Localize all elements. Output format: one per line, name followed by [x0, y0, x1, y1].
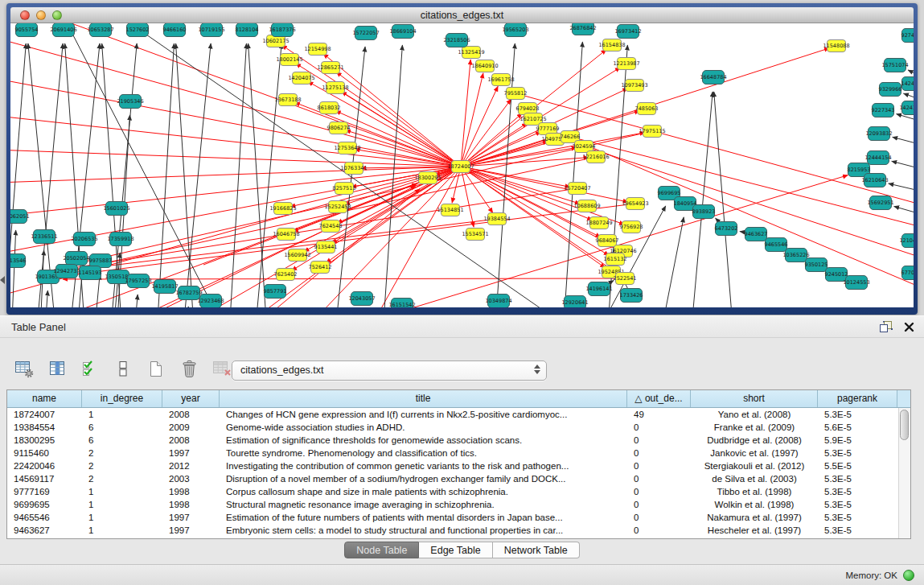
- graph-node[interactable]: 15534571: [462, 229, 488, 241]
- graph-node[interactable]: 16046758: [273, 229, 299, 241]
- table-row[interactable]: 946362711997Embryonic stem cells: a mode…: [7, 524, 910, 537]
- graph-node[interactable]: 18807249: [585, 217, 612, 229]
- checklist-icon[interactable]: [79, 357, 101, 380]
- table-row[interactable]: 1872400712008Changes of HCN gene express…: [7, 408, 910, 421]
- graph-node[interactable]: 10719155: [198, 23, 224, 37]
- new-column-icon[interactable]: [145, 357, 167, 380]
- graph-node[interactable]: 7526412: [309, 262, 332, 274]
- graph-node[interactable]: 1424531: [901, 77, 914, 91]
- graph-node[interactable]: 16961758: [487, 74, 514, 86]
- graph-node[interactable]: 8128104: [236, 23, 259, 37]
- graph-node[interactable]: 15751074: [881, 59, 908, 72]
- graph-node[interactable]: 10688609: [573, 200, 600, 212]
- graph-node[interactable]: 9350125: [805, 258, 828, 272]
- graph-node[interactable]: 10653287: [87, 23, 113, 37]
- graph-node[interactable]: 12093832: [865, 127, 892, 141]
- column-header[interactable]: title: [220, 390, 627, 407]
- table-row[interactable]: 2242004622012Investigating the contribut…: [7, 459, 910, 472]
- graph-node[interactable]: 18724007: [447, 161, 474, 173]
- column-header[interactable]: short: [691, 390, 818, 407]
- graph-node[interactable]: 19384554: [483, 213, 510, 225]
- graph-node[interactable]: 9227343: [872, 104, 895, 117]
- graph-node[interactable]: 20502054: [63, 252, 89, 266]
- table-row[interactable]: 1456911722003Disruption of a novel membe…: [7, 472, 910, 485]
- graph-node[interactable]: 23062051: [10, 210, 30, 224]
- graph-node[interactable]: 11325419: [458, 47, 484, 59]
- table-scrollbar[interactable]: [898, 408, 910, 538]
- graph-node[interactable]: 18669104: [389, 25, 416, 39]
- table-row[interactable]: 1938455462009Genome-wide association stu…: [7, 421, 910, 434]
- rows-icon[interactable]: [112, 357, 134, 380]
- collapse-panel-icon[interactable]: [0, 276, 5, 284]
- graph-node[interactable]: 9055754: [15, 23, 39, 37]
- graph-node[interactable]: 15720407: [564, 183, 590, 195]
- graph-node[interactable]: 19654923: [622, 198, 648, 210]
- graph-node[interactable]: 11275138: [322, 82, 348, 94]
- graph-node[interactable]: 16151542: [388, 299, 415, 308]
- graph-node[interactable]: 12753648: [334, 142, 360, 154]
- table-row[interactable]: 911546021997Tourette syndrome. Phenomeno…: [7, 447, 910, 459]
- graph-node[interactable]: 17359918: [107, 233, 133, 246]
- graph-node[interactable]: 8618032: [318, 102, 341, 114]
- network-canvas[interactable]: 1872400711325419186409101696175879558126…: [10, 23, 914, 307]
- graph-node[interactable]: 15252458: [324, 201, 351, 213]
- graph-node[interactable]: 15722057: [352, 27, 379, 40]
- graph-node[interactable]: 21905346: [117, 95, 143, 109]
- tab-node-table[interactable]: Node Table: [344, 542, 419, 558]
- table-row[interactable]: 1830029562008Estimation of significance …: [7, 434, 910, 447]
- graph-node[interactable]: 12154998: [304, 43, 331, 56]
- graph-node[interactable]: 15692951: [867, 196, 893, 210]
- graph-node[interactable]: 1145193: [79, 266, 102, 280]
- graph-node[interactable]: 10349874: [485, 295, 511, 308]
- graph-node[interactable]: 6770541: [901, 266, 914, 280]
- graph-node[interactable]: 10973493: [621, 80, 647, 92]
- graph-node[interactable]: 1615132: [604, 253, 627, 266]
- graph-node[interactable]: 9466160: [163, 23, 187, 37]
- table-row[interactable]: 977716911998Corpus callosum shape and si…: [7, 485, 910, 498]
- column-visibility-icon[interactable]: [46, 357, 68, 380]
- graph-node[interactable]: 19565203: [502, 23, 528, 37]
- float-window-icon[interactable]: [880, 321, 893, 333]
- graph-node[interactable]: 18640910: [471, 60, 498, 72]
- graph-node[interactable]: 12444154: [864, 151, 891, 165]
- graph-node[interactable]: 14195817: [151, 280, 178, 294]
- graph-node[interactable]: 1527602: [126, 23, 150, 37]
- tab-edge-table[interactable]: Edge Table: [419, 542, 492, 558]
- graph-node[interactable]: 15134851: [437, 204, 463, 216]
- graph-node[interactable]: 16154838: [598, 39, 625, 51]
- graph-node[interactable]: 16187376: [269, 23, 295, 37]
- graph-node[interactable]: 16648784: [700, 71, 726, 84]
- graph-node[interactable]: 9463627: [745, 228, 768, 241]
- graph-node[interactable]: 9329966: [879, 83, 902, 97]
- table-row[interactable]: 946554611997Estimation of the future num…: [7, 511, 910, 524]
- graph-node[interactable]: 9756928: [620, 221, 643, 233]
- graph-node[interactable]: 16210643: [861, 174, 888, 187]
- graph-node[interactable]: 12336511: [31, 230, 57, 244]
- graph-node[interactable]: 14196141: [585, 282, 612, 296]
- table-scrollbar-thumb[interactable]: [900, 410, 909, 440]
- graph-node[interactable]: 9135441: [314, 241, 338, 253]
- graph-node[interactable]: 26876842: [569, 23, 596, 35]
- close-window-icon[interactable]: [20, 10, 30, 20]
- column-header[interactable]: year: [162, 390, 220, 407]
- minimize-window-icon[interactable]: [36, 10, 46, 20]
- zoom-window-icon[interactable]: [52, 10, 62, 20]
- graph-node[interactable]: 7625402: [274, 269, 298, 281]
- table-row[interactable]: 969969511998Structural magnetic resonanc…: [7, 498, 910, 511]
- graph-node[interactable]: 16973412: [614, 25, 641, 39]
- column-header[interactable]: in_degree: [82, 390, 162, 407]
- graph-node[interactable]: 9465546: [765, 238, 788, 252]
- column-header[interactable]: name: [7, 390, 82, 407]
- graph-node[interactable]: 15609942: [284, 249, 310, 262]
- graph-node[interactable]: 17957253: [125, 274, 151, 288]
- graph-node[interactable]: 10763341: [340, 163, 367, 175]
- graph-node[interactable]: 9975887: [89, 254, 113, 268]
- graph-node[interactable]: 12213987: [613, 58, 639, 70]
- graph-node[interactable]: 23218506: [443, 34, 470, 47]
- graph-node[interactable]: 17975115: [639, 126, 665, 138]
- graph-node[interactable]: 18300295: [414, 172, 441, 184]
- graph-node[interactable]: 13673188: [274, 94, 301, 106]
- graph-node[interactable]: 1733426: [620, 289, 643, 303]
- graph-node[interactable]: 12043057: [348, 292, 375, 306]
- graph-node[interactable]: 14243556: [899, 101, 914, 115]
